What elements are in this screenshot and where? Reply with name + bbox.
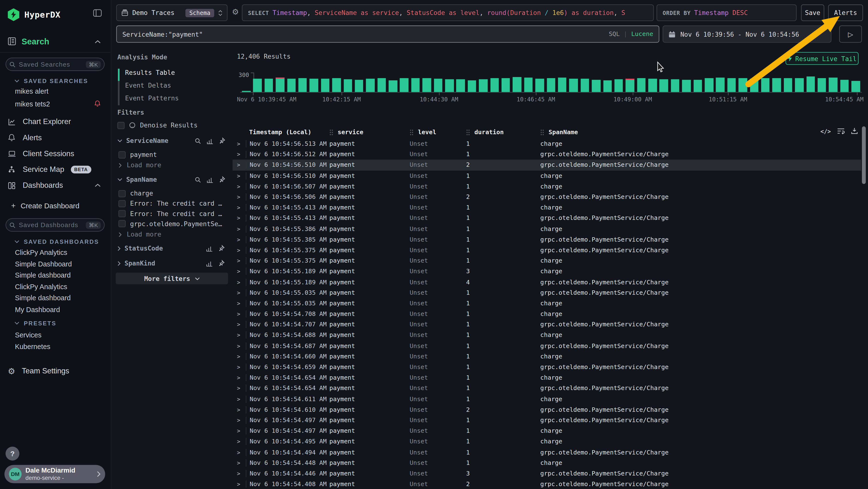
table-row[interactable]: >Nov 6 10:54:54.654 AMpaymentUnset1grpc.…	[232, 383, 861, 394]
row-expand-icon[interactable]: >	[232, 311, 246, 317]
table-row[interactable]: >Nov 6 10:54:55.413 AMpaymentUnset1charg…	[232, 202, 861, 213]
filter-group-statuscode[interactable]: StatusCode	[117, 244, 163, 252]
help-button[interactable]: ?	[5, 447, 19, 460]
table-row[interactable]: >Nov 6 10:54:54.660 AMpaymentUnset1charg…	[232, 351, 861, 362]
row-expand-icon[interactable]: >	[232, 290, 246, 296]
sidebar-item-dashboards[interactable]: Dashboards	[8, 181, 63, 190]
pin-icon[interactable]	[218, 260, 225, 267]
saved-dashboard-item[interactable]: Simple Dashboard	[15, 260, 72, 268]
row-expand-icon[interactable]: >	[232, 205, 246, 211]
table-row[interactable]: >Nov 6 10:54:56.512 AMpaymentUnset1grpc.…	[232, 149, 861, 160]
chevron-up-icon[interactable]	[95, 183, 101, 187]
table-row[interactable]: >Nov 6 10:54:54.611 AMpaymentUnset1charg…	[232, 394, 861, 404]
search-icon[interactable]	[195, 176, 201, 182]
drag-handle-icon[interactable]	[329, 129, 333, 135]
column-header-level[interactable]: level	[406, 128, 463, 136]
saved-dashboard-item[interactable]: Simple dashboard	[15, 294, 71, 302]
checkbox[interactable]	[118, 210, 126, 217]
preset-item[interactable]: Kubernetes	[15, 343, 51, 351]
row-expand-icon[interactable]: >	[232, 173, 246, 179]
download-icon[interactable]	[851, 127, 858, 135]
row-expand-icon[interactable]: >	[232, 449, 246, 455]
drag-handle-icon[interactable]	[466, 129, 470, 135]
table-row[interactable]: >Nov 6 10:54:56.513 AMpaymentUnset1charg…	[232, 139, 861, 149]
table-row[interactable]: >Nov 6 10:54:55.386 AMpaymentUnset1charg…	[232, 224, 861, 234]
filter-value-row[interactable]: charge	[118, 190, 153, 197]
table-row[interactable]: >Nov 6 10:54:55.035 AMpaymentUnset1grpc.…	[232, 287, 861, 298]
table-row[interactable]: >Nov 6 10:54:54.687 AMpaymentUnset1grpc.…	[232, 341, 861, 351]
row-expand-icon[interactable]: >	[232, 226, 246, 232]
column-header-timestamp-local-[interactable]: Timestamp (Local)	[246, 128, 326, 136]
filter-value-row[interactable]: grpc.oteldemo.PaymentSe…	[118, 220, 222, 228]
row-expand-icon[interactable]: >	[232, 417, 246, 423]
search-icon[interactable]	[195, 138, 201, 144]
order-by-input[interactable]: ORDER BY Timestamp DESC	[656, 4, 797, 21]
checkbox[interactable]	[118, 151, 126, 158]
saved-searches-search-input[interactable]: Saved Searches ⌘K	[5, 58, 105, 71]
table-row[interactable]: >Nov 6 10:54:54.659 AMpaymentUnset1grpc.…	[232, 362, 861, 372]
row-expand-icon[interactable]: >	[232, 375, 246, 381]
scrollbar-thumb[interactable]	[862, 126, 866, 184]
table-row[interactable]: >Nov 6 10:54:54.654 AMpaymentUnset1charg…	[232, 372, 861, 383]
sidebar-item-chart-explorer[interactable]: Chart Explorer	[8, 118, 71, 126]
table-row[interactable]: >Nov 6 10:54:54.497 AMpaymentUnset1charg…	[232, 426, 861, 436]
time-range-picker[interactable]: Nov 6 10:39:56 - Nov 6 10:54:56	[662, 26, 831, 43]
table-row[interactable]: >Nov 6 10:54:56.507 AMpaymentUnset1charg…	[232, 181, 861, 192]
table-row[interactable]: >Nov 6 10:54:54.448 AMpaymentUnset1charg…	[232, 458, 861, 468]
row-expand-icon[interactable]: >	[232, 268, 246, 275]
sidebar-collapse-icon[interactable]	[93, 9, 102, 17]
filter-value-row[interactable]: Error: The credit card …	[118, 210, 222, 218]
row-expand-icon[interactable]: >	[232, 279, 246, 285]
saved-search-item[interactable]: mikes tets2	[15, 100, 50, 108]
table-row[interactable]: >Nov 6 10:54:54.707 AMpaymentUnset1grpc.…	[232, 319, 861, 330]
source-select[interactable]: Demo Traces Schema	[116, 4, 227, 21]
checkbox[interactable]	[118, 190, 126, 197]
analysis-mode-event-deltas[interactable]: Event Deltas	[125, 81, 171, 89]
row-expand-icon[interactable]: >	[232, 428, 246, 434]
table-row[interactable]: >Nov 6 10:54:54.688 AMpaymentUnset1charg…	[232, 330, 861, 341]
table-header[interactable]: Timestamp (Local)serviceleveldurationSpa…	[232, 125, 861, 139]
row-expand-icon[interactable]: >	[232, 438, 246, 444]
table-row[interactable]: >Nov 6 10:54:54.446 AMpaymentUnset3grpc.…	[232, 468, 861, 479]
saved-dashboard-item[interactable]: ClickPy Analytics	[15, 249, 67, 257]
saved-dashboard-item[interactable]: ClickPy Analytics	[15, 283, 67, 291]
filter-group-servicename[interactable]: ServiceName	[117, 137, 168, 145]
checkbox[interactable]	[118, 220, 126, 227]
wrap-text-icon[interactable]	[837, 127, 845, 135]
code-view-icon[interactable]: </>	[820, 128, 831, 135]
analysis-mode-results-table[interactable]: Results Table	[125, 69, 175, 77]
preset-item[interactable]: Services	[15, 332, 41, 339]
bar-chart-icon[interactable]	[206, 260, 213, 266]
alerts-button[interactable]: Alerts	[828, 4, 863, 21]
sql-mode-option[interactable]: SQL	[609, 30, 620, 38]
sidebar-item-service-map[interactable]: Service MapBETA	[8, 165, 91, 174]
table-row[interactable]: >Nov 6 10:54:56.510 AMpaymentUnset1charg…	[232, 170, 861, 181]
table-row[interactable]: >Nov 6 10:54:56.510 AMpaymentUnset2grpc.…	[232, 160, 861, 170]
column-header-service[interactable]: service	[326, 128, 406, 136]
row-expand-icon[interactable]: >	[232, 407, 246, 413]
table-row[interactable]: >Nov 6 10:54:55.385 AMpaymentUnset1grpc.…	[232, 234, 861, 245]
save-button[interactable]: Save	[801, 4, 824, 21]
table-row[interactable]: >Nov 6 10:54:54.610 AMpaymentUnset2grpc.…	[232, 404, 861, 415]
table-row[interactable]: >Nov 6 10:54:54.495 AMpaymentUnset1charg…	[232, 436, 861, 447]
pin-icon[interactable]	[218, 245, 225, 252]
row-expand-icon[interactable]: >	[232, 300, 246, 306]
presets-header[interactable]: PRESETS	[14, 320, 56, 326]
table-row[interactable]: >Nov 6 10:54:55.035 AMpaymentUnset1charg…	[232, 298, 861, 309]
sidebar-item-team-settings[interactable]: ⚙ Team Settings	[8, 367, 69, 375]
chevron-up-icon[interactable]	[95, 40, 101, 44]
table-row[interactable]: >Nov 6 10:54:54.497 AMpaymentUnset1grpc.…	[232, 415, 861, 426]
checkbox[interactable]	[118, 200, 126, 207]
checkbox[interactable]	[117, 122, 125, 129]
user-menu[interactable]: DM Dale McDiarmid demo-service -	[4, 465, 105, 483]
sidebar-item-client-sessions[interactable]: Client Sessions	[8, 149, 74, 157]
row-expand-icon[interactable]: >	[232, 151, 246, 157]
column-header-spanname[interactable]: SpanName	[537, 128, 861, 136]
row-expand-icon[interactable]: >	[232, 215, 246, 221]
table-row[interactable]: >Nov 6 10:54:54.494 AMpaymentUnset1grpc.…	[232, 447, 861, 458]
row-expand-icon[interactable]: >	[232, 247, 246, 253]
filter-value-row[interactable]: payment	[118, 151, 157, 158]
table-row[interactable]: >Nov 6 10:54:55.189 AMpaymentUnset3charg…	[232, 266, 861, 277]
row-expand-icon[interactable]: >	[232, 258, 246, 264]
row-expand-icon[interactable]: >	[232, 470, 246, 477]
